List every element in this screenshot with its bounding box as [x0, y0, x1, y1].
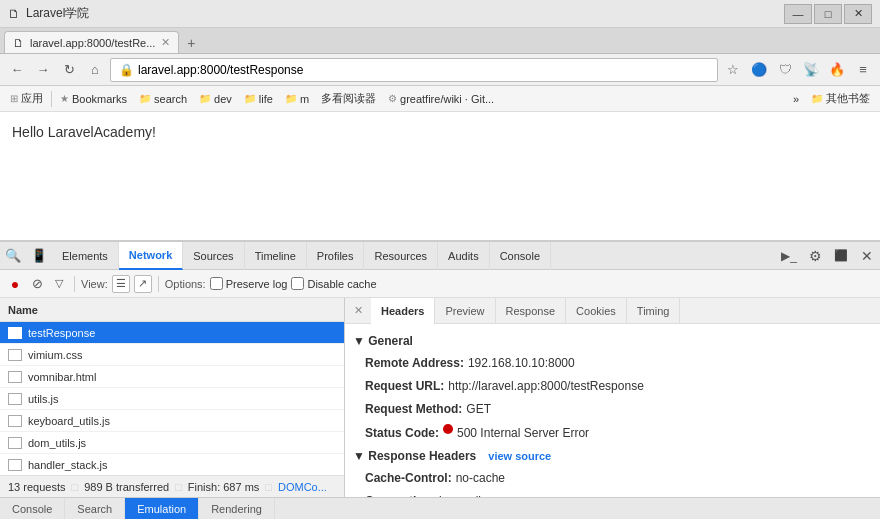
file-list-panel: Name testResponse vimium.css vomnibar.ht… [0, 298, 345, 497]
connection-row: Connection: keep-alive [353, 490, 872, 497]
tab-elements-label: Elements [62, 250, 108, 262]
bm-reader[interactable]: 多看阅读器 [317, 89, 380, 108]
back-button[interactable]: ← [6, 59, 28, 81]
extension-icon-3[interactable]: 📡 [800, 59, 822, 81]
remote-address-val: 192.168.10.10:8000 [468, 354, 575, 373]
bm-life[interactable]: 📁 life [240, 91, 277, 107]
tab-console[interactable]: Console [490, 242, 551, 270]
bm-more-button[interactable]: » [789, 91, 803, 107]
general-section-header[interactable]: ▼ General [353, 334, 872, 348]
cache-control-row: Cache-Control: no-cache [353, 467, 872, 490]
bookmark-star[interactable]: ☆ [722, 59, 744, 81]
devtools-terminal-btn[interactable]: ▶_ [776, 243, 802, 269]
filter-button[interactable]: ▽ [50, 275, 68, 293]
response-headers-key: ▼ Response Headers [353, 449, 476, 463]
detail-tab-timing[interactable]: Timing [627, 298, 681, 324]
bm-dev[interactable]: 📁 dev [195, 91, 236, 107]
page-text: Hello LaravelAcademy! [12, 124, 156, 140]
tab-resources[interactable]: Resources [364, 242, 438, 270]
devtools-search-btn[interactable]: 🔍 [0, 243, 26, 269]
tab-network[interactable]: Network [119, 242, 183, 270]
reload-button[interactable]: ↻ [58, 59, 80, 81]
finish-time: Finish: 687 ms [188, 481, 260, 493]
extension-icon-4[interactable]: 🔥 [826, 59, 848, 81]
file-icon-0 [8, 327, 22, 339]
disable-cache-checkbox[interactable]: Disable cache [291, 277, 376, 290]
detail-tab-headers[interactable]: Headers [371, 298, 435, 324]
tab-elements[interactable]: Elements [52, 242, 119, 270]
clear-button[interactable]: ⊘ [28, 275, 46, 293]
record-button[interactable]: ● [6, 275, 24, 293]
bottom-tab-emulation[interactable]: Emulation [125, 498, 199, 520]
devtools-dock-btn[interactable]: ⬛ [828, 243, 854, 269]
new-tab-button[interactable]: + [179, 33, 203, 53]
devtools-bottom-tabs: Console Search Emulation Rendering [0, 497, 880, 519]
file-row-3[interactable]: utils.js [0, 388, 344, 410]
extension-icon-1[interactable]: 🔵 [748, 59, 770, 81]
file-row-4[interactable]: keyboard_utils.js [0, 410, 344, 432]
bottom-tab-rendering[interactable]: Rendering [199, 498, 275, 520]
file-row-6[interactable]: handler_stack.js [0, 454, 344, 475]
detail-tab-response[interactable]: Response [496, 298, 567, 324]
home-button[interactable]: ⌂ [84, 59, 106, 81]
bottom-tab-search[interactable]: Search [65, 498, 125, 520]
detail-tab-preview-label: Preview [445, 305, 484, 317]
bm-github[interactable]: ⚙ greatfire/wiki · Git... [384, 91, 498, 107]
options-label: Options: [165, 278, 206, 290]
detail-tab-timing-label: Timing [637, 305, 670, 317]
url-text[interactable]: laravel.app:8000/testResponse [138, 63, 303, 77]
forward-button[interactable]: → [32, 59, 54, 81]
extension-icon-2[interactable]: 🛡 [774, 59, 796, 81]
tab-sources[interactable]: Sources [183, 242, 244, 270]
bm-separator-1 [51, 91, 52, 107]
detail-tab-cookies[interactable]: Cookies [566, 298, 627, 324]
network-toolbar: ● ⊘ ▽ View: ☰ ↗ Options: Preserve log Di… [0, 270, 880, 298]
bottom-tab-console[interactable]: Console [0, 498, 65, 520]
status-code-val: 500 Internal Server Error [457, 424, 589, 443]
view-list-btn[interactable]: ☰ [112, 275, 130, 293]
bm-other-label: 其他书签 [826, 91, 870, 106]
detail-tab-headers-label: Headers [381, 305, 424, 317]
file-name-5: dom_utils.js [28, 437, 86, 449]
file-name-1: vimium.css [28, 349, 82, 361]
minimize-button[interactable]: — [784, 4, 812, 24]
devtools-close-btn[interactable]: ✕ [854, 243, 880, 269]
file-name-3: utils.js [28, 393, 59, 405]
request-method-row: Request Method: GET [353, 398, 872, 421]
preserve-log-checkbox[interactable]: Preserve log [210, 277, 288, 290]
tab-close-button[interactable]: ✕ [161, 36, 170, 49]
menu-button[interactable]: ≡ [852, 59, 874, 81]
view-source-link[interactable]: view source [488, 450, 551, 462]
folder-icon-dev: 📁 [199, 93, 211, 104]
detail-close-btn[interactable]: ✕ [349, 302, 367, 320]
tab-timeline[interactable]: Timeline [245, 242, 307, 270]
preserve-log-input[interactable] [210, 277, 223, 290]
preserve-log-label: Preserve log [226, 278, 288, 290]
domco-link[interactable]: DOMCo... [278, 481, 327, 493]
status-bar: 13 requests □ 989 B transferred □ Finish… [0, 475, 344, 497]
tab-profiles[interactable]: Profiles [307, 242, 365, 270]
request-url-val: http://laravel.app:8000/testResponse [448, 377, 643, 396]
tab-console-label: Console [500, 250, 540, 262]
detail-tab-preview[interactable]: Preview [435, 298, 495, 324]
bm-apps[interactable]: ⊞ 应用 [6, 89, 47, 108]
maximize-button[interactable]: □ [814, 4, 842, 24]
disable-cache-input[interactable] [291, 277, 304, 290]
file-row-2[interactable]: vomnibar.html [0, 366, 344, 388]
bm-m[interactable]: 📁 m [281, 91, 313, 107]
response-headers-section-header[interactable]: ▼ Response Headers view source [353, 449, 872, 463]
file-row-5[interactable]: dom_utils.js [0, 432, 344, 454]
devtools-settings-btn[interactable]: ⚙ [802, 243, 828, 269]
close-button[interactable]: ✕ [844, 4, 872, 24]
devtools-device-btn[interactable]: 📱 [26, 243, 52, 269]
bm-search[interactable]: 📁 search [135, 91, 191, 107]
active-tab[interactable]: 🗋 laravel.app:8000/testRe... ✕ [4, 31, 179, 53]
view-stack-btn[interactable]: ↗ [134, 275, 152, 293]
file-row-1[interactable]: vimium.css [0, 344, 344, 366]
bm-other[interactable]: 📁 其他书签 [807, 89, 874, 108]
file-row-0[interactable]: testResponse [0, 322, 344, 344]
bm-bookmarks[interactable]: ★ Bookmarks [56, 91, 131, 107]
file-list-scroll[interactable]: testResponse vimium.css vomnibar.html ut… [0, 322, 344, 475]
page-icon: 🗋 [8, 7, 20, 21]
tab-audits[interactable]: Audits [438, 242, 490, 270]
